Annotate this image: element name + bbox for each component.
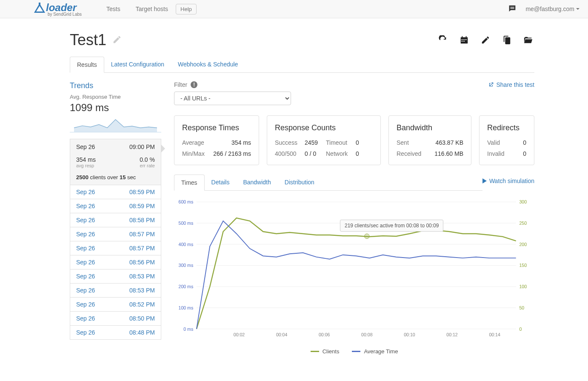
run-item[interactable]: Sep 2608:50 PM <box>70 312 161 326</box>
sidebar: Trends Avg. Response Time 1099 ms Sep 26… <box>70 81 161 355</box>
svg-text:600 ms: 600 ms <box>179 199 194 204</box>
svg-rect-11 <box>462 36 463 38</box>
filter-select[interactable]: - All URLs - <box>174 92 291 105</box>
sel-date: Sep 26 <box>76 143 95 150</box>
card-title: Response Times <box>182 123 251 132</box>
nav-tests[interactable]: Tests <box>99 6 128 12</box>
svg-text:00:06: 00:06 <box>319 332 330 337</box>
tab-webhooks[interactable]: Webhooks & Schedule <box>171 57 245 72</box>
run-item-selected[interactable]: Sep 26 09:00 PM 354 ms avg resp 0.0 % er… <box>70 139 161 185</box>
run-item[interactable]: Sep 2608:58 PM <box>70 213 161 227</box>
trends-heading[interactable]: Trends <box>70 81 161 90</box>
refresh-icon[interactable] <box>438 35 448 45</box>
svg-rect-5 <box>461 37 468 44</box>
play-icon <box>482 178 487 183</box>
svg-text:500 ms: 500 ms <box>179 221 194 226</box>
sel-clients: 2500 clients over 15 sec <box>76 174 155 180</box>
card-redirects: Redirects Valid0 Invalid0 <box>479 115 534 165</box>
calendar-icon[interactable] <box>460 35 469 45</box>
copy-icon[interactable] <box>502 35 511 45</box>
svg-text:300 ms: 300 ms <box>179 263 194 268</box>
chart-tab-bandwidth[interactable]: Bandwidth <box>236 175 277 190</box>
chart-tooltip: 219 clients/sec active from 00:08 to 00:… <box>340 220 443 232</box>
sel-avg: 354 ms <box>76 156 96 163</box>
legend-clients[interactable]: Clients <box>311 348 340 355</box>
svg-text:00:12: 00:12 <box>446 332 458 337</box>
svg-text:00:14: 00:14 <box>489 332 500 337</box>
tab-config[interactable]: Latest Configuration <box>104 57 171 72</box>
card-title: Response Counts <box>275 123 373 132</box>
sel-avg-label: avg resp <box>76 163 96 168</box>
sel-err: 0.0 % <box>140 156 155 163</box>
tab-results[interactable]: Results <box>70 57 104 73</box>
card-title: Bandwidth <box>397 123 463 132</box>
svg-text:0 ms: 0 ms <box>183 327 193 332</box>
chart-legend: Clients Average Time <box>174 348 534 355</box>
svg-text:0: 0 <box>519 327 522 332</box>
svg-rect-2 <box>39 3 40 5</box>
legend-avg[interactable]: Average Time <box>352 348 398 355</box>
info-icon[interactable]: ! <box>191 81 197 88</box>
folder-open-icon[interactable] <box>523 35 534 45</box>
run-item[interactable]: Sep 2608:59 PM <box>70 199 161 213</box>
svg-rect-6 <box>462 39 463 40</box>
watch-simulation-link[interactable]: Watch simulation <box>482 178 534 188</box>
nav-hosts[interactable]: Target hosts <box>128 6 176 12</box>
trends-sparkline <box>70 115 161 132</box>
times-chart: 0 ms100 ms200 ms300 ms400 ms500 ms600 ms… <box>174 195 534 348</box>
svg-rect-4 <box>511 8 514 9</box>
svg-text:00:02: 00:02 <box>234 332 245 337</box>
run-item[interactable]: Sep 2608:57 PM <box>70 241 161 255</box>
help-button[interactable]: Help <box>176 4 197 14</box>
run-item[interactable]: Sep 2608:53 PM <box>70 284 161 298</box>
logo[interactable]: loader by SendGrid Labs <box>33 2 82 17</box>
run-item[interactable]: Sep 2608:56 PM <box>70 255 161 269</box>
user-menu[interactable]: me@fastburg.com <box>525 6 579 12</box>
svg-text:250: 250 <box>519 221 527 226</box>
chart-tab-details[interactable]: Details <box>205 175 237 190</box>
brand-sub: by SendGrid Labs <box>48 12 82 17</box>
svg-rect-7 <box>463 39 465 40</box>
run-item[interactable]: Sep 2608:48 PM <box>70 326 161 339</box>
svg-rect-10 <box>463 41 465 42</box>
svg-text:300: 300 <box>519 199 527 204</box>
run-item[interactable]: Sep 2608:57 PM <box>70 227 161 241</box>
svg-text:00:08: 00:08 <box>361 332 373 337</box>
edit-title-icon[interactable] <box>112 35 122 46</box>
svg-text:200: 200 <box>519 242 527 247</box>
run-item[interactable]: Sep 2608:53 PM <box>70 269 161 284</box>
feedback-icon[interactable] <box>508 4 517 14</box>
filter-label: Filter <box>174 81 187 88</box>
svg-rect-12 <box>466 36 467 38</box>
trends-value: 1099 ms <box>70 102 161 114</box>
svg-text:100: 100 <box>519 284 527 289</box>
svg-rect-3 <box>511 7 514 7</box>
card-title: Redirects <box>487 123 526 132</box>
svg-rect-9 <box>462 41 463 42</box>
svg-text:00:10: 00:10 <box>404 332 415 337</box>
header-actions <box>438 35 534 45</box>
run-list: Sep 26 09:00 PM 354 ms avg resp 0.0 % er… <box>70 139 161 340</box>
sel-time: 09:00 PM <box>129 143 155 150</box>
chart-tab-distribution[interactable]: Distribution <box>278 175 321 190</box>
card-bandwidth: Bandwidth Sent463.87 KB Received116.60 M… <box>388 115 471 165</box>
card-response-times: Response Times Average354 ms Min/Max266 … <box>174 115 259 165</box>
user-email: me@fastburg.com <box>525 6 574 12</box>
svg-point-41 <box>365 234 370 239</box>
svg-text:100 ms: 100 ms <box>179 305 194 310</box>
share-link[interactable]: Share this test <box>488 81 535 88</box>
svg-text:00:04: 00:04 <box>276 332 288 337</box>
top-nav: loader by SendGrid Labs Tests Target hos… <box>0 0 588 18</box>
edit-icon[interactable] <box>481 35 490 45</box>
svg-text:200 ms: 200 ms <box>179 284 194 289</box>
content: Filter ! Share this test - All URLs - Re… <box>174 81 534 355</box>
run-item[interactable]: Sep 2608:59 PM <box>70 185 161 199</box>
trends-sub: Avg. Response Time <box>70 94 161 100</box>
sel-err-label: err rate <box>140 163 155 168</box>
run-item[interactable]: Sep 2608:52 PM <box>70 298 161 312</box>
svg-rect-8 <box>465 39 467 40</box>
share-icon <box>488 82 494 88</box>
chart-tab-times[interactable]: Times <box>174 175 205 191</box>
card-response-counts: Response Counts Success2459Timeout0 400/… <box>267 115 381 165</box>
page-title: Test1 <box>70 31 106 49</box>
